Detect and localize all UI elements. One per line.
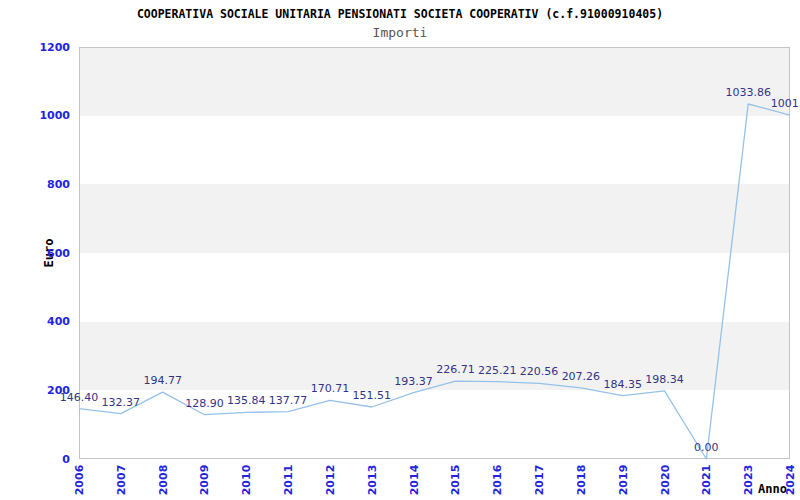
- x-tick-label: 2014: [407, 465, 420, 496]
- y-tick-label: 1000: [0, 109, 70, 122]
- y-tick-label: 800: [0, 178, 70, 191]
- x-tick-label: 2013: [365, 465, 378, 496]
- data-point-label: 198.34: [645, 373, 684, 386]
- x-tick-label: 2019: [616, 465, 629, 496]
- x-tick-label: 2017: [533, 465, 546, 496]
- x-tick-label: 2020: [658, 465, 671, 496]
- x-tick-label: 2012: [323, 465, 336, 496]
- data-point-label: 226.71: [436, 363, 475, 376]
- data-point-label: 225.21: [478, 364, 517, 377]
- plot-area: [0, 0, 800, 500]
- y-tick-label: 1200: [0, 41, 70, 54]
- data-point-label: 220.56: [520, 365, 559, 378]
- x-tick-label: 2006: [73, 465, 86, 496]
- data-point-label: 1001.6: [771, 97, 800, 110]
- grid-band: [79, 184, 790, 253]
- data-point-label: 128.90: [185, 397, 224, 410]
- data-point-label: 207.26: [562, 370, 601, 383]
- x-tick-label: 2008: [156, 465, 169, 496]
- x-tick-label: 2024: [784, 465, 797, 496]
- grid-band: [79, 47, 790, 116]
- data-point-label: 184.35: [603, 378, 642, 391]
- data-point-label: 151.51: [353, 389, 392, 402]
- data-point-label: 193.37: [394, 375, 433, 388]
- line-chart: COOPERATIVA SOCIALE UNITARIA PENSIONATI …: [0, 0, 800, 500]
- x-tick-label: 2015: [449, 465, 462, 496]
- data-point-label: 194.77: [143, 374, 182, 387]
- grid-band: [79, 253, 790, 322]
- y-tick-label: 600: [0, 247, 70, 260]
- x-tick-label: 2010: [240, 465, 253, 496]
- y-tick-label: 400: [0, 315, 70, 328]
- x-tick-label: 2016: [491, 465, 504, 496]
- data-point-label: 135.84: [227, 394, 266, 407]
- x-tick-label: 2021: [700, 465, 713, 496]
- data-point-label: 1033.86: [725, 86, 771, 99]
- x-tick-label: 2011: [282, 465, 295, 496]
- data-point-label: 137.77: [269, 394, 308, 407]
- x-tick-label: 2007: [114, 465, 127, 496]
- y-tick-label: 0: [0, 453, 70, 466]
- data-point-label: 0.00: [694, 441, 719, 454]
- x-tick-label: 2023: [742, 465, 755, 496]
- chart-title: COOPERATIVA SOCIALE UNITARIA PENSIONATI …: [0, 7, 800, 21]
- x-tick-label: 2018: [574, 465, 587, 496]
- data-point-label: 146.40: [60, 391, 99, 404]
- x-tick-label: 2009: [198, 465, 211, 496]
- data-point-label: 170.71: [311, 382, 350, 395]
- chart-subtitle: Importi: [0, 25, 800, 40]
- grid-band: [79, 116, 790, 185]
- data-point-label: 132.37: [102, 396, 141, 409]
